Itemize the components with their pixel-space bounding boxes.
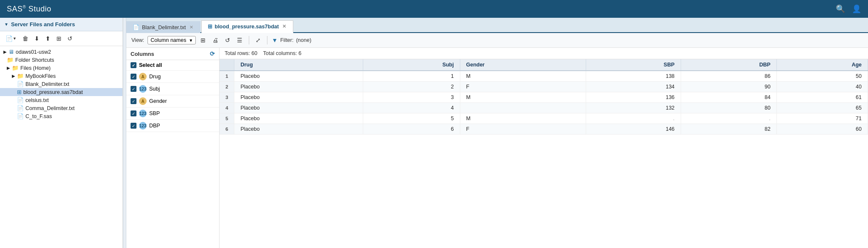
table-header-dbp[interactable]: DBP	[681, 59, 776, 71]
print-btn[interactable]: 🖨	[210, 36, 220, 45]
subj-label: Subj	[149, 86, 160, 92]
data-table-area: Total rows: 60 Total columns: 6 Drug Sub…	[220, 48, 868, 248]
server-triangle-icon: ▶	[3, 50, 7, 54]
table-cell: 3	[220, 92, 234, 103]
select-all-label: Select all	[139, 62, 162, 68]
table-cell: F	[460, 82, 586, 92]
view-label: View:	[131, 37, 144, 43]
c-to-f-label: C_to_F.sas	[25, 113, 52, 119]
table-cell: 50	[776, 71, 868, 82]
tab-blood-pressure-close[interactable]: ✕	[281, 24, 287, 29]
table-cell: 5	[363, 113, 460, 124]
column-subj[interactable]: ✓ 123 Subj	[126, 83, 219, 95]
table-row: 2Placebo2F1349040	[220, 82, 868, 92]
table-cell: 40	[776, 82, 868, 92]
table-header-rownum	[220, 59, 234, 71]
toolbar-separator-2	[267, 36, 267, 44]
column-gender[interactable]: ✓ A Gender	[126, 95, 219, 107]
expand-btn[interactable]: ☰	[235, 36, 245, 45]
tree-item-mybookfiles[interactable]: ▶ 📁 MyBookFiles	[0, 72, 122, 80]
gender-type-icon: A	[139, 97, 147, 105]
table-header-sbp[interactable]: SBP	[586, 59, 681, 71]
drug-checkbox[interactable]: ✓	[131, 74, 136, 80]
gender-checkbox[interactable]: ✓	[131, 98, 136, 104]
view-dropdown[interactable]: Column names ▼	[147, 36, 196, 44]
table-cell: 86	[681, 71, 776, 82]
files-home-triangle-icon: ▶	[7, 66, 10, 70]
columns-view-btn[interactable]: ⊞	[198, 36, 208, 45]
blood-pressure-icon: ⊞	[17, 89, 22, 95]
sidebar-scroll-divider	[123, 18, 126, 248]
subj-type-icon: 123	[139, 85, 147, 93]
new-file-icon: 📄	[6, 35, 13, 42]
columns-list: ✓ Select all ✓ A Drug ✓ 123 Subj	[126, 60, 219, 248]
view-toggle-button[interactable]: ⊞	[54, 34, 64, 43]
table-row: 4Placebo41328065	[220, 103, 868, 113]
tabs-bar: 📄 Blank_Delimiter.txt ✕ ⊞ blood_pressure…	[126, 18, 868, 33]
tree-item-blank-delim[interactable]: 📄 Blank_Delimiter.txt	[0, 80, 122, 88]
table-header-drug[interactable]: Drug	[234, 59, 363, 71]
subj-checkbox[interactable]: ✓	[131, 86, 136, 92]
view-toggle-icon: ⊞	[56, 35, 61, 42]
tree-item-files-home[interactable]: ▶ 📁 Files (Home)	[0, 64, 122, 72]
server-icon: 🖥	[8, 49, 14, 55]
columns-settings-icon[interactable]: ⟳	[210, 50, 215, 57]
tab-blank-delimiter[interactable]: 📄 Blank_Delimiter.txt ✕	[126, 21, 200, 33]
sbp-checkbox[interactable]: ✓	[131, 110, 136, 116]
tab-blank-delim-label: Blank_Delimiter.txt	[142, 25, 186, 30]
data-table: Drug Subj Gender SBP DBP Age 1Placebo1M1…	[220, 59, 868, 135]
table-cell: 2	[220, 82, 234, 92]
refresh-data-btn[interactable]: ↺	[223, 36, 232, 45]
columns-panel: Columns ⟳ ✓ Select all ✓ A Drug	[126, 48, 220, 248]
download-icon: ⬇	[34, 35, 39, 42]
table-cell	[460, 103, 586, 113]
upload-button[interactable]: ⬆	[43, 34, 53, 43]
table-cell: Placebo	[234, 71, 363, 82]
tab-blood-pressure-icon: ⊞	[208, 23, 212, 30]
table-header-age[interactable]: Age	[776, 59, 868, 71]
view-value: Column names	[150, 37, 186, 43]
dbp-checkbox[interactable]: ✓	[131, 123, 136, 129]
folder-shortcuts-icon: 📁	[7, 57, 14, 63]
sbp-label: SBP	[149, 110, 160, 116]
table-header-gender[interactable]: Gender	[460, 59, 586, 71]
toolbar-separator-1	[249, 36, 249, 44]
download-button[interactable]: ⬇	[32, 34, 42, 43]
table-cell: 61	[776, 92, 868, 103]
sbp-type-icon: 123	[139, 110, 147, 117]
tab-blank-delim-close[interactable]: ✕	[189, 25, 194, 30]
app-title: SAS® Studio	[7, 5, 51, 14]
table-cell: 84	[681, 92, 776, 103]
tree-item-server[interactable]: ▶ 🖥 odaws01-usw2	[0, 48, 122, 56]
refresh-button[interactable]: ↺	[65, 34, 75, 43]
table-header-subj[interactable]: Subj	[363, 59, 460, 71]
delete-button[interactable]: 🗑	[20, 34, 31, 43]
select-all-checkbox[interactable]: ✓	[131, 62, 136, 68]
comma-delim-label: Comma_Delimiter.txt	[25, 105, 75, 111]
table-cell: Placebo	[234, 103, 363, 113]
tree-item-c-to-f[interactable]: 📄 C_to_F.sas	[0, 112, 122, 120]
view-dropdown-arrow: ▼	[189, 38, 193, 43]
table-cell: M	[460, 92, 586, 103]
sidebar-collapse-icon[interactable]: ▼	[4, 22, 8, 27]
tree-item-shortcuts[interactable]: 📁 Folder Shortcuts	[0, 56, 122, 64]
tree-item-comma-delim[interactable]: 📄 Comma_Delimiter.txt	[0, 104, 122, 112]
blood-pressure-label: blood_pressure.sas7bdat	[23, 89, 83, 95]
tree-item-blood-pressure[interactable]: ⊞ blood_pressure.sas7bdat	[0, 88, 122, 96]
header-icons: 🔍 👤	[836, 4, 861, 14]
filter-icon: ▼	[272, 37, 278, 44]
tree-item-celsius[interactable]: 📄 celsius.txt	[0, 96, 122, 104]
user-icon[interactable]: 👤	[852, 4, 861, 14]
table-cell: 1	[363, 71, 460, 82]
file-tree: ▶ 🖥 odaws01-usw2 📁 Folder Shortcuts ▶ 📁 …	[0, 46, 122, 248]
tab-blood-pressure[interactable]: ⊞ blood_pressure.sas7bdat ✕	[201, 20, 293, 33]
new-file-button[interactable]: 📄▼	[3, 34, 19, 43]
column-sbp[interactable]: ✓ 123 SBP	[126, 107, 219, 120]
column-drug[interactable]: ✓ A Drug	[126, 71, 219, 83]
upload-icon: ⬆	[45, 35, 50, 42]
mybookfiles-triangle-icon: ▶	[12, 74, 15, 78]
fullscreen-btn[interactable]: ⤢	[253, 36, 263, 45]
column-dbp[interactable]: ✓ 123 DBP	[126, 120, 219, 132]
search-icon[interactable]: 🔍	[836, 4, 845, 14]
column-select-all[interactable]: ✓ Select all	[126, 60, 219, 71]
